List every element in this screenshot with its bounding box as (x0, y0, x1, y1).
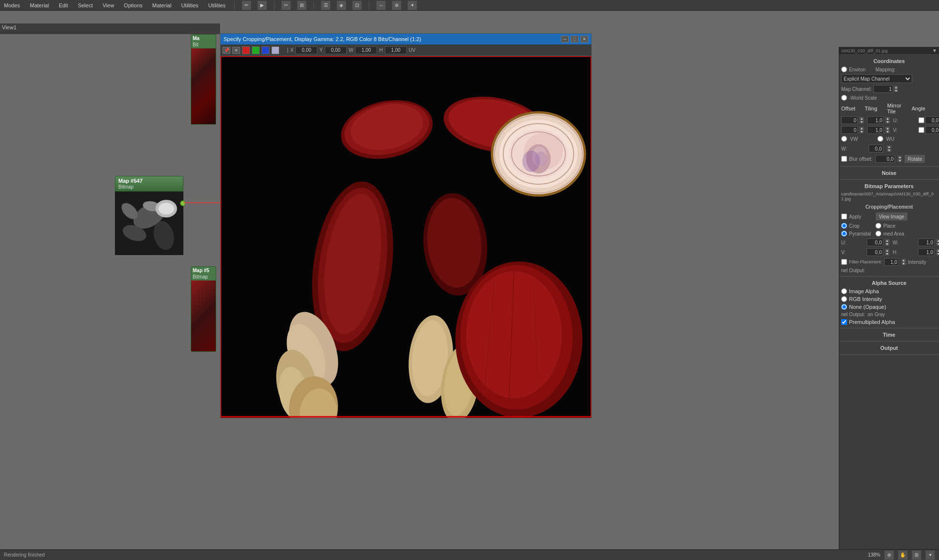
toolbar-h-input[interactable] (385, 46, 407, 54)
dialog-image-content[interactable] (221, 56, 591, 418)
w-arrows[interactable]: ▲ ▼ (936, 239, 939, 246)
blur-offset-input[interactable] (875, 155, 895, 163)
menu-modes[interactable]: Modes (2, 2, 22, 8)
world-scale-radio[interactable] (841, 95, 847, 101)
blur-check[interactable] (841, 156, 847, 162)
rgb-intensity-radio[interactable] (841, 296, 847, 302)
angle-w-down[interactable]: ▼ (887, 149, 892, 152)
tiling-u-input[interactable] (867, 116, 884, 124)
offset-v-input[interactable] (841, 126, 858, 134)
menu-edit[interactable]: Edit (57, 2, 70, 8)
w-up[interactable]: ▲ (936, 239, 939, 242)
rotate-button[interactable]: Rotate (904, 154, 925, 163)
pyramidal-radio[interactable] (841, 231, 847, 237)
menu-view[interactable]: View (101, 2, 116, 8)
color-btn-blue[interactable] (262, 46, 269, 54)
wu-radio[interactable] (877, 136, 883, 142)
mirror-u-check[interactable] (918, 117, 924, 123)
v-value-input[interactable] (867, 248, 883, 256)
v-down[interactable]: ▼ (885, 252, 890, 256)
crop-radio[interactable] (841, 223, 847, 229)
node-547[interactable]: Map #547 Bitmap (115, 176, 183, 255)
filter-placement-input[interactable] (884, 258, 899, 266)
menu-material2[interactable]: Material (150, 2, 173, 8)
apply-check[interactable] (841, 214, 847, 219)
place-radio[interactable] (875, 223, 881, 229)
map-channel-arrows[interactable]: ▲ ▼ (894, 86, 898, 92)
offset-u-down[interactable]: ▼ (859, 120, 864, 124)
dialog-minimize-btn[interactable]: ─ (561, 36, 569, 43)
h-arrows[interactable]: ▲ ▼ (936, 249, 939, 256)
map-channel-up[interactable]: ▲ (894, 86, 898, 89)
map-channel-down[interactable]: ▼ (894, 89, 898, 92)
u-arrows[interactable]: ▲ ▼ (885, 239, 890, 246)
angle-w-arrows[interactable]: ▲ ▼ (887, 145, 892, 152)
toolbar-btn-7[interactable]: ⊡ (352, 0, 362, 10)
dialog-toolbar-pin[interactable]: 📌 (223, 47, 230, 54)
menu-select[interactable]: Select (76, 2, 95, 8)
h-value-input[interactable] (918, 248, 935, 256)
color-btn-red[interactable] (242, 46, 250, 54)
u-value-input[interactable] (867, 238, 883, 246)
color-btn-green[interactable] (252, 46, 260, 54)
w-value-input[interactable] (918, 238, 935, 246)
blur-offset-arrows[interactable]: ▲ ▼ (897, 155, 902, 162)
toolbar-w-input[interactable] (355, 46, 377, 54)
vw-radio[interactable] (841, 136, 847, 142)
tiling-u-down[interactable]: ▼ (885, 120, 890, 124)
offset-u-input[interactable] (841, 116, 858, 124)
offset-u-arrows[interactable]: ▲ ▼ (859, 117, 864, 124)
menu-options[interactable]: Options (122, 2, 144, 8)
offset-v-down[interactable]: ▼ (859, 130, 864, 133)
mirror-v-check[interactable] (918, 127, 924, 133)
environ-radio[interactable] (841, 66, 847, 72)
angle-w-up[interactable]: ▲ (887, 145, 892, 149)
w-down[interactable]: ▼ (936, 242, 939, 246)
toolbar-btn-1[interactable]: ✏ (242, 0, 251, 10)
tiling-v-down[interactable]: ▼ (885, 130, 890, 133)
toolbar-btn-9[interactable]: ⊕ (392, 0, 402, 10)
toolbar-btn-8[interactable]: ↔ (376, 0, 386, 10)
angle-u-input[interactable] (925, 116, 939, 124)
map-channel-input[interactable] (873, 85, 893, 93)
angle-v-input[interactable] (925, 126, 939, 134)
v-arrows[interactable]: ▲ ▼ (885, 249, 890, 256)
tiling-v-up[interactable]: ▲ (885, 127, 890, 130)
v-up[interactable]: ▲ (885, 249, 890, 252)
toolbar-btn-5[interactable]: ☰ (321, 0, 331, 10)
toolbar-btn-10[interactable]: ✦ (407, 0, 417, 10)
node-548[interactable]: Map #5 Bitmap (191, 266, 216, 352)
tiling-v-arrows[interactable]: ▲ ▼ (885, 127, 890, 133)
h-up[interactable]: ▲ (936, 249, 939, 252)
h-down[interactable]: ▼ (936, 252, 939, 256)
blur-up[interactable]: ▲ (897, 155, 902, 159)
summed-radio[interactable] (875, 231, 881, 237)
status-btn-4[interactable]: ✦ (925, 550, 935, 560)
menu-material[interactable]: Material (28, 2, 51, 8)
menu-utilities1[interactable]: Utilities (179, 2, 200, 8)
filter-placement-check[interactable] (841, 259, 847, 265)
image-alpha-radio[interactable] (841, 288, 847, 294)
node-area-background[interactable]: Ma Bit Map #547 Bitmap (0, 34, 220, 549)
toolbar-y-input[interactable] (325, 46, 347, 54)
offset-v-arrows[interactable]: ▲ ▼ (859, 127, 864, 133)
toolbar-x-input[interactable] (295, 46, 317, 54)
angle-w-input[interactable] (869, 145, 883, 152)
fp-up[interactable]: ▲ (901, 258, 906, 262)
none-opaque-radio[interactable] (841, 304, 847, 310)
u-up[interactable]: ▲ (885, 239, 890, 242)
toolbar-btn-4[interactable]: ⊞ (297, 0, 307, 10)
menu-utilities2[interactable]: Utilities (206, 2, 227, 8)
color-btn-gray[interactable] (271, 46, 279, 54)
status-btn-2[interactable]: ✋ (898, 550, 908, 560)
tiling-u-arrows[interactable]: ▲ ▼ (885, 117, 890, 124)
tiling-v-input[interactable] (867, 126, 884, 134)
u-down[interactable]: ▼ (885, 242, 890, 246)
fp-down[interactable]: ▼ (901, 262, 906, 265)
dialog-close-btn[interactable]: ✕ (581, 36, 588, 43)
premult-check[interactable] (841, 319, 847, 325)
offset-v-up[interactable]: ▲ (859, 127, 864, 130)
map-channel-spinbox[interactable]: ▲ ▼ (873, 85, 898, 93)
status-btn-1[interactable]: ⊕ (884, 550, 894, 560)
toolbar-btn-6[interactable]: ◈ (336, 0, 346, 10)
